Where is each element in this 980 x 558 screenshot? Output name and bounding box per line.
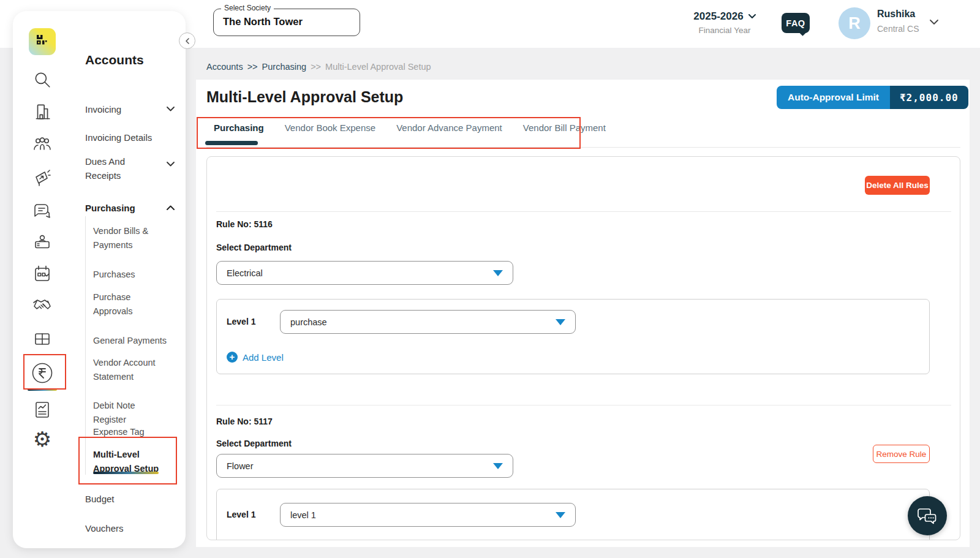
settings-gear-icon[interactable]: ⚙ [28,429,57,450]
avatar-initial: R [848,14,861,33]
level-dropdown[interactable]: level 1 [280,503,576,527]
avatar[interactable]: R [839,7,870,39]
sidebar-item-label: Debit Note Register [93,401,135,424]
financial-year-value: 2025-2026 [693,10,743,23]
chat-icon[interactable] [28,201,57,221]
active-tab-indicator [205,141,258,145]
rules-card: Delete All Rules Rule No: 5116 Select De… [206,156,960,540]
chevron-down-icon [748,14,756,19]
tab-purchasing[interactable]: Purchasing [214,123,264,133]
sidebar-item-general-payments[interactable]: General Payments [93,334,168,348]
building-icon[interactable] [28,102,57,121]
level-label: Level 1 [227,510,255,519]
dropdown-caret-icon [556,512,565,518]
sidebar-item-label: General Payments [93,336,167,345]
accounts-active-underline [28,388,57,391]
sidebar-item-label: Purchases [93,270,135,279]
sidebar-item-vouchers[interactable]: Vouchers [85,521,175,535]
dropdown-caret-icon [493,463,503,469]
level-dropdown[interactable]: purchase [280,310,576,334]
user-name: Rushika [877,9,915,20]
add-level-label: Add Level [243,352,284,363]
sidebar-collapse-button[interactable] [179,32,195,49]
tab-bar: Purchasing Vendor Book Expense Vendor Ad… [214,123,606,133]
department-dropdown-value: Flower [227,461,254,471]
sidebar-item-purchases[interactable]: Purchases [93,268,168,282]
auto-approval-limit-badge: Auto-Approval Limit ₹2,000.00 [777,86,968,109]
app-logo-icon[interactable] [28,28,57,55]
sidebar-item-label: Vouchers [85,521,157,535]
dropdown-caret-icon [493,270,503,276]
tabs-divider [206,147,960,148]
department-dropdown[interactable]: Electrical [216,261,513,285]
sidebar-item-label: Invoicing Details [85,130,157,145]
sidebar-item-label: Dues And Receipts [85,154,157,183]
sidebar: ⚙ Accounts Invoicing Invoicing Details D… [13,11,186,548]
sidebar-item-label: Purchase Approvals [93,292,132,316]
sidebar-item-vendor-bills-payments[interactable]: Vendor Bills & Payments [93,224,168,252]
society-select-label: Select Society [221,4,274,12]
sidebar-item-invoicing[interactable]: Invoicing [85,102,175,116]
sidebar-item-debit-note-register[interactable]: Debit Note Register [93,399,168,427]
sidebar-item-purchasing[interactable]: Purchasing [85,201,175,215]
handshake-icon[interactable] [28,296,57,315]
page-title: Multi-Level Approval Setup [206,88,403,106]
residents-icon[interactable] [28,135,57,153]
tab-vendor-advance-payment[interactable]: Vendor Advance Payment [396,123,502,133]
search-icon[interactable] [28,70,57,89]
financial-year-selector[interactable]: 2025-2026 Financial Year [685,10,764,35]
chevron-down-icon [167,107,175,111]
announcements-icon[interactable] [28,168,57,189]
divider [216,211,951,212]
sidebar-item-label: Expense Tag [93,427,145,437]
reports-icon[interactable] [28,399,57,420]
chat-support-button[interactable] [908,496,947,535]
sidebar-item-label: Multi-Level Approval Setup [93,450,159,473]
department-dropdown[interactable]: Flower [216,454,513,478]
sidebar-item-vendor-account-statement[interactable]: Vendor Account Statement [93,356,168,384]
sidebar-item-label: Vendor Account Statement [93,358,156,382]
front-desk-icon[interactable] [28,233,57,252]
user-menu-chevron-icon[interactable] [930,20,938,25]
sidebar-item-expense-tag[interactable]: Expense Tag [93,425,168,439]
delete-all-rules-button[interactable]: Delete All Rules [865,176,930,195]
remove-rule-button[interactable]: Remove Rule [873,445,930,463]
sidebar-item-invoicing-details[interactable]: Invoicing Details [85,130,175,145]
divider [216,405,951,405]
sidebar-item-label: Invoicing [85,102,157,116]
chevron-down-icon [167,162,175,167]
breadcrumb-separator: >> [311,62,321,72]
breadcrumb: Accounts >> Purchasing >> Multi-Level Ap… [206,62,431,72]
chat-bubbles-icon [916,507,938,525]
sidebar-title: Accounts [85,53,144,67]
calendar-icon[interactable] [28,263,57,284]
dropdown-caret-icon [556,319,565,325]
rule-number: Rule No: 5116 [216,219,273,229]
society-select-value: The North Tower [223,16,303,28]
auto-approval-limit-label: Auto-Approval Limit [777,86,890,109]
sidebar-item-purchase-approvals[interactable]: Purchase Approvals [93,290,168,319]
add-level-button[interactable]: + Add Level [227,352,284,363]
auto-approval-limit-value: ₹2,000.00 [890,86,968,109]
society-select[interactable]: Select Society The North Tower [213,9,360,36]
inventory-icon[interactable] [28,330,57,348]
tab-vendor-book-expense[interactable]: Vendor Book Expense [285,123,375,133]
rule-number: Rule No: 5117 [216,417,273,426]
faq-button[interactable]: FAQ [782,13,810,33]
level-dropdown-value: level 1 [290,510,316,520]
sidebar-item-budget[interactable]: Budget [85,492,175,506]
breadcrumb-accounts[interactable]: Accounts [206,62,243,72]
breadcrumb-purchasing[interactable]: Purchasing [262,62,307,72]
sidebar-item-label: Vendor Bills & Payments [93,226,148,250]
level-label: Level 1 [227,317,255,326]
financial-year-label: Financial Year [685,26,764,35]
sidebar-item-label: Budget [85,492,157,506]
levels-container: Level 1 purchase + Add Level [216,299,930,374]
tab-vendor-bill-payment[interactable]: Vendor Bill Payment [523,123,606,133]
submenu-guide-line [85,216,86,475]
level-dropdown-value: purchase [290,317,327,327]
levels-container: Level 1 level 1 [216,489,930,540]
department-dropdown-value: Electrical [227,268,263,278]
sidebar-item-dues-and-receipts[interactable]: Dues And Receipts [85,154,175,183]
accounts-rupee-icon[interactable] [28,360,57,386]
